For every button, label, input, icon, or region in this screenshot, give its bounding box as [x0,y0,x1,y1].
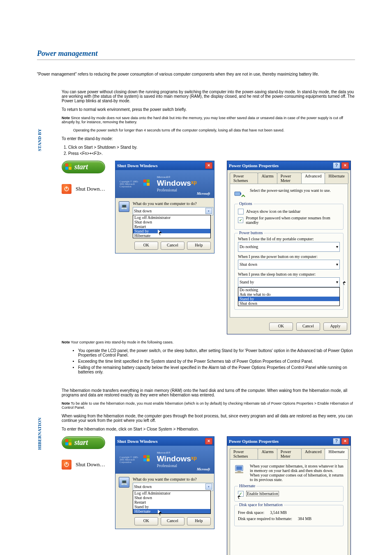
power-icon [62,460,71,470]
bullet-3: Falling of the remaining battery capacit… [78,365,355,374]
bullet-1: You operate the LCD panel, the power swi… [78,348,355,357]
hib-note: Note To be able to use the hibernation m… [62,401,355,410]
shut-down-label: Shut Down… [76,186,105,192]
computer-icon: 💻 [119,477,129,488]
shutdown-dialog: Shut Down Windows × Copyright © 1985-200… [115,436,214,529]
standby-p2: To return to normal work environment, pr… [62,107,355,112]
hibernate-desc: When your computer hibernates, it stores… [250,464,344,482]
tab-advanced[interactable]: Advanced [301,448,325,459]
section-title-standby: STAND BY [37,127,42,151]
microsoft-label: Microsoft [197,192,210,196]
sleep-options-list[interactable]: Do nothing Ask me what to do Stand by Sh… [238,287,340,306]
checkbox-enable-hibernation[interactable]: ✓ [238,491,244,497]
chevron-down-icon: ▾ [336,244,338,249]
microsoft-label: Microsoft [197,467,210,471]
shutdown-action-select[interactable]: Shut down ▾ [133,483,213,491]
windows-flag-icon [65,439,72,446]
shutdown-action-select[interactable]: Shut down ▾ [133,207,213,215]
hib-p1: The hibernation mode transfers everythin… [62,388,355,397]
power-button-action-select[interactable]: Shut down▾ [238,260,340,269]
steps-intro: To enter the stand-by mode: [62,136,355,141]
help-icon[interactable]: ? [333,438,340,444]
cancel-button[interactable]: Cancel [161,242,184,250]
shut-down-menu-item[interactable]: Shut Down… [62,184,105,194]
computer-icon: 💻 [119,201,129,212]
svg-rect-5 [66,462,67,465]
bullet-2: Exceeding the time limit specified in th… [78,359,355,364]
tab-advanced[interactable]: Advanced [301,173,325,184]
shutdown-question: What do you want the computer to do? [133,201,211,206]
svg-rect-2 [235,192,240,196]
checkbox-taskbar-icon[interactable] [238,209,244,214]
note-3: Note Your computer goes into stand-by mo… [62,340,355,344]
power-options-dialog-advanced: Power Options Properties ? × Power Schem… [227,161,351,334]
divider [37,60,355,60]
page-title: Power management [37,49,355,58]
help-button[interactable]: Help [187,242,211,250]
shutdown-options-list[interactable]: Log off Administrator Shut down Restart … [133,491,211,514]
shutdown-dialog-title: Shut Down Windows [117,163,158,168]
chevron-down-icon: ▾ [205,208,212,214]
checkbox-password[interactable]: ✓ [238,217,243,223]
tab-strip: Power Schemes Alarms Power Meter Advance… [227,446,350,459]
tab-hibernate[interactable]: Hibernate [325,448,348,459]
chevron-down-icon: ▾ [336,262,338,267]
note-label: Note Since stand-by mode does not save d… [62,116,355,124]
close-icon[interactable]: × [205,162,212,169]
computer-icon [234,464,246,475]
start-button[interactable]: start [62,161,105,173]
windows-logo-text: Microsoft® Windowsxp Professional [157,175,197,192]
cancel-button[interactable]: Cancel [296,322,320,331]
tab-power-schemes[interactable]: Power Schemes [230,448,258,459]
tab-strip: Power Schemes Alarms Power Meter Advance… [227,170,350,184]
close-icon[interactable]: × [341,162,349,169]
start-button[interactable]: start [62,436,105,449]
svg-rect-7 [236,466,242,470]
lid-action-select[interactable]: Do nothing▾ [238,242,340,252]
sleep-button-action-select[interactable]: Stand by▾ [238,277,340,287]
windows-flag-icon [143,455,154,464]
start-button-label: start [74,438,88,447]
power-icon [62,184,71,194]
tab-alarms[interactable]: Alarms [258,173,277,184]
tab-hibernate[interactable]: Hibernate [325,173,348,184]
dialog-title: Power Options Properties [229,163,279,168]
close-icon[interactable]: × [341,438,349,444]
apply-button[interactable]: Apply [323,322,347,331]
shutdown-dialog: Shut Down Windows × Copyright © 1985-200… [115,161,214,253]
ok-button[interactable]: OK [134,517,158,525]
chevron-down-icon: ▾ [336,280,338,284]
svg-rect-9 [235,472,243,473]
shutdown-question: What do you want the computer to do? [133,477,211,481]
tab-alarms[interactable]: Alarms [258,448,277,459]
help-button[interactable]: Help [187,517,211,525]
svg-rect-3 [240,193,241,195]
ok-button[interactable]: OK [269,322,293,331]
standby-p1: You can save power without closing down … [62,90,355,103]
ok-button[interactable]: OK [134,242,158,250]
copyright: Copyright © 1985-2001 Microsoft Corporat… [120,180,143,188]
power-options-dialog-hibernate: Power Options Properties ?× Power Scheme… [227,436,351,555]
shutdown-options-list[interactable]: Log off Administrator Shut down Restart … [133,215,211,238]
section-title-hibernation: HIBERNATION [37,425,42,450]
tab-power-meter[interactable]: Power Meter [277,173,302,184]
close-icon[interactable]: × [205,438,212,444]
dialog-title: Power Options Properties [229,439,279,444]
advanced-desc: Select the power-saving settings you wan… [250,188,331,200]
help-icon[interactable]: ? [333,162,340,169]
note-2: Operating the power switch for longer th… [73,128,355,132]
shut-down-menu-item[interactable]: Shut Down… [62,460,105,470]
windows-flag-icon [143,180,154,189]
shutdown-dialog-title: Shut Down Windows [117,439,158,444]
step-2: Press <Fn>+<F3>. [68,151,355,156]
step-1: Click on Start > Shutdown > Stand by. [68,145,355,150]
tab-power-meter[interactable]: Power Meter [277,448,302,459]
copyright: Copyright © 1985-2001 Microsoft Corporat… [120,456,143,463]
svg-rect-8 [238,471,241,472]
battery-plug-icon [234,188,246,200]
hib-p2: When waking from the hibernation mode, t… [62,414,355,423]
intro-text: "Power management" refers to reducing th… [37,71,355,77]
shut-down-label: Shut Down… [76,461,105,468]
tab-power-schemes[interactable]: Power Schemes [230,173,258,184]
cancel-button[interactable]: Cancel [161,517,184,525]
